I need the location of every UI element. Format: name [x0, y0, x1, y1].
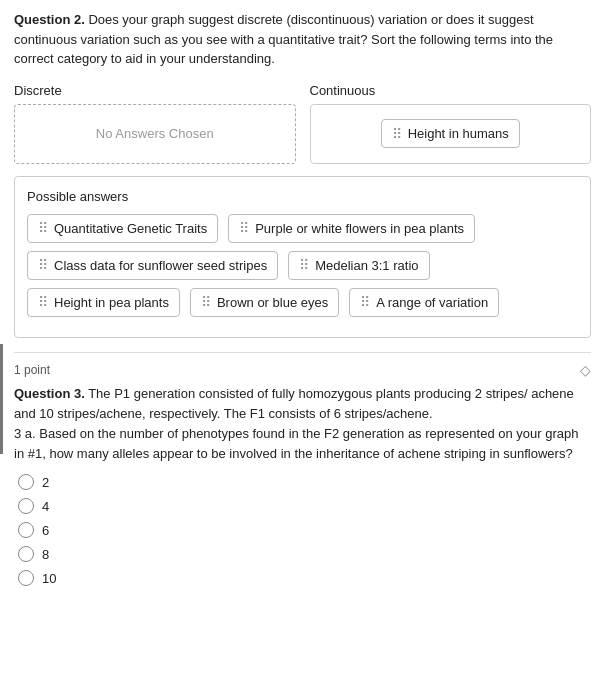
answer-label-1: Quantitative Genetic Traits — [54, 221, 207, 236]
section-divider — [14, 352, 591, 354]
answer-label-5: Height in pea plants — [54, 295, 169, 310]
discrete-dropzone[interactable]: No Answers Chosen — [14, 104, 296, 164]
point-badge: 1 point — [14, 363, 50, 377]
continuous-label: Continuous — [310, 83, 592, 98]
continuous-item[interactable]: ⠿ Height in humans — [381, 119, 520, 148]
possible-answers-section: Possible answers ⠿ Quantitative Genetic … — [14, 176, 591, 338]
drag-icon-7: ⠿ — [360, 295, 370, 309]
discrete-col: Discrete No Answers Chosen — [14, 83, 296, 164]
option-10[interactable]: 10 — [18, 570, 591, 586]
answers-row-3: ⠿ Height in pea plants ⠿ Brown or blue e… — [27, 288, 578, 317]
answer-item-5[interactable]: ⠿ Height in pea plants — [27, 288, 180, 317]
possible-answers-label: Possible answers — [27, 189, 578, 204]
answer-item-1[interactable]: ⠿ Quantitative Genetic Traits — [27, 214, 218, 243]
answer-item-2[interactable]: ⠿ Purple or white flowers in pea plants — [228, 214, 475, 243]
answer-item-6[interactable]: ⠿ Brown or blue eyes — [190, 288, 339, 317]
drag-icon-4: ⠿ — [299, 258, 309, 272]
question2-text: Question 2. Does your graph suggest disc… — [14, 10, 591, 69]
option-4[interactable]: 4 — [18, 498, 591, 514]
bookmark-icon[interactable]: ◇ — [580, 362, 591, 378]
drag-icon-2: ⠿ — [239, 221, 249, 235]
option-2[interactable]: 2 — [18, 474, 591, 490]
option-8-label: 8 — [42, 547, 49, 562]
radio-circle-4[interactable] — [18, 498, 34, 514]
option-8[interactable]: 8 — [18, 546, 591, 562]
drag-icon-5: ⠿ — [38, 295, 48, 309]
continuous-col: Continuous ⠿ Height in humans — [310, 83, 592, 164]
option-6[interactable]: 6 — [18, 522, 591, 538]
question2-label: Question 2. Does your graph suggest disc… — [14, 12, 553, 66]
answer-label-3: Class data for sunflower seed stripes — [54, 258, 267, 273]
answer-label-4: Medelian 3:1 ratio — [315, 258, 418, 273]
option-4-label: 4 — [42, 499, 49, 514]
continuous-item-label: Height in humans — [408, 126, 509, 141]
question3-section: 1 point ◇ Question 3. The P1 generation … — [14, 362, 591, 587]
answers-row-2: ⠿ Class data for sunflower seed stripes … — [27, 251, 578, 280]
option-10-label: 10 — [42, 571, 56, 586]
drag-icon-1: ⠿ — [38, 221, 48, 235]
answer-label-7: A range of variation — [376, 295, 488, 310]
radio-circle-6[interactable] — [18, 522, 34, 538]
left-bar — [0, 344, 3, 454]
radio-circle-2[interactable] — [18, 474, 34, 490]
question3-text: Question 3. The P1 generation consisted … — [14, 384, 591, 465]
point-badge-row: 1 point ◇ — [14, 362, 591, 378]
option-6-label: 6 — [42, 523, 49, 538]
radio-options: 2 4 6 8 10 — [18, 474, 591, 586]
answer-item-7[interactable]: ⠿ A range of variation — [349, 288, 499, 317]
answer-item-3[interactable]: ⠿ Class data for sunflower seed stripes — [27, 251, 278, 280]
continuous-dropzone[interactable]: ⠿ Height in humans — [310, 104, 592, 164]
discrete-label: Discrete — [14, 83, 296, 98]
answer-label-6: Brown or blue eyes — [217, 295, 328, 310]
radio-circle-8[interactable] — [18, 546, 34, 562]
radio-circle-10[interactable] — [18, 570, 34, 586]
drag-icon-3: ⠿ — [38, 258, 48, 272]
answer-item-4[interactable]: ⠿ Medelian 3:1 ratio — [288, 251, 429, 280]
drag-icon-6: ⠿ — [201, 295, 211, 309]
categories-row: Discrete No Answers Chosen Continuous ⠿ … — [14, 83, 591, 164]
answer-label-2: Purple or white flowers in pea plants — [255, 221, 464, 236]
discrete-placeholder: No Answers Chosen — [96, 126, 214, 141]
drag-icon-continuous: ⠿ — [392, 127, 402, 141]
answers-row-1: ⠿ Quantitative Genetic Traits ⠿ Purple o… — [27, 214, 578, 243]
option-2-label: 2 — [42, 475, 49, 490]
